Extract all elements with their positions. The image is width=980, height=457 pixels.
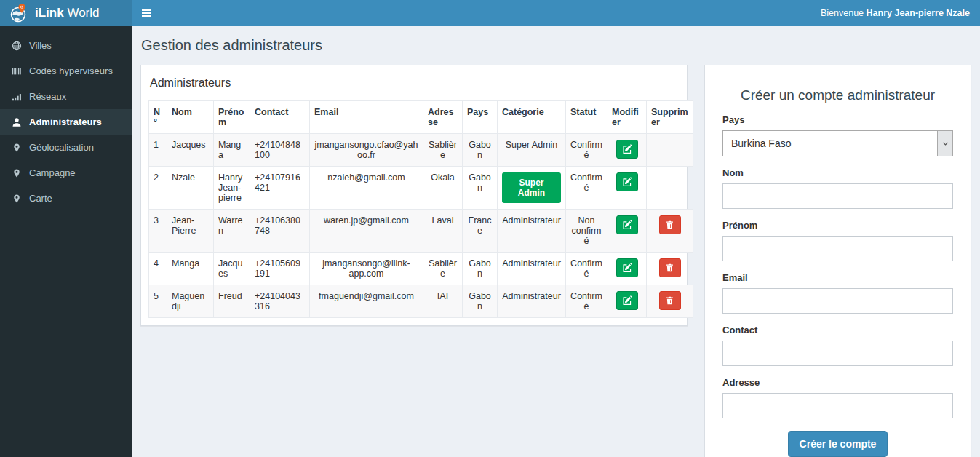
sidebar-item-label: Villes — [29, 40, 52, 51]
delete-button[interactable] — [659, 215, 681, 234]
email-input[interactable] — [722, 288, 953, 314]
adresse-cell: Okala — [423, 167, 463, 210]
statut-cell: Confirmé — [566, 167, 607, 210]
sidebar-item-villes[interactable]: Villes — [0, 33, 132, 58]
contact-cell: +24107916421 — [250, 167, 310, 210]
statut-cell: Confirmé — [566, 253, 607, 285]
user-icon — [11, 117, 22, 127]
column-header: Nom — [167, 101, 214, 134]
trash-icon — [665, 220, 674, 230]
edit-pencil-icon — [622, 263, 632, 273]
column-header: Prénom — [214, 101, 250, 134]
administrators-panel-title: Administrateurs — [150, 76, 678, 90]
contact-cell: +24106380748 — [250, 210, 310, 253]
signal-bars-icon — [11, 92, 22, 102]
sidebar-item-codes-hyperviseurs[interactable]: Codes hyperviseurs — [0, 58, 132, 84]
edit-button[interactable] — [616, 172, 638, 191]
nom-input[interactable] — [722, 183, 953, 209]
prenom-cell: Jacques — [214, 253, 250, 285]
sidebar-item-label: Administrateurs — [29, 116, 102, 127]
adresse-cell: Laval — [423, 210, 463, 253]
n-cell: 1 — [149, 134, 167, 167]
sidebar-item-r-seaux[interactable]: Réseaux — [0, 84, 132, 109]
prenom-input[interactable] — [722, 236, 953, 261]
statut-cell: Confirmé — [566, 134, 607, 167]
modifier-cell — [607, 167, 647, 210]
delete-button[interactable] — [659, 291, 681, 310]
create-account-button[interactable]: Créer le compte — [788, 431, 888, 457]
n-cell: 5 — [149, 285, 167, 318]
map-marker-icon — [11, 143, 22, 153]
pays-select[interactable]: Burkina Faso — [722, 130, 953, 156]
edit-button[interactable] — [616, 258, 638, 277]
sidebar-item-label: Codes hyperviseurs — [29, 65, 113, 76]
edit-button[interactable] — [616, 215, 638, 234]
contact-input[interactable] — [722, 341, 953, 366]
supprimer-cell — [647, 285, 693, 318]
statut-cell: Confirmé — [566, 285, 607, 318]
globe-pin-logo: $ — [9, 3, 28, 23]
trash-icon — [665, 263, 674, 273]
sidebar-item-administrateurs[interactable]: Administrateurs — [0, 109, 132, 135]
sidebar-item-label: Carte — [29, 193, 52, 204]
sidebar-menu: VillesCodes hyperviseursRéseauxAdministr… — [0, 33, 132, 211]
navbar: Bienvenue Hanry Jean-pierre Nzale — [132, 0, 980, 26]
pays-cell: Gabon — [463, 285, 498, 318]
email-cell: jmangansongo@ilink-app.com — [310, 253, 423, 285]
modifier-cell — [607, 285, 647, 318]
adresse-input[interactable] — [722, 393, 953, 418]
create-admin-panel: Créer un compte administrateur PaysBurki… — [704, 65, 971, 457]
supprimer-cell — [647, 210, 693, 253]
top-header: $ iLink World Bienvenue Hanry Jean-pierr… — [0, 0, 980, 26]
adresse-label: Adresse — [722, 377, 953, 388]
sidebar-item-label: Géolocalisation — [29, 142, 94, 153]
pays-cell: Gabon — [463, 134, 498, 167]
email-cell: jmangansongo.cfao@yahoo.fr — [310, 134, 423, 167]
column-header: Contact — [250, 101, 310, 134]
categorie-cell: Super Admin — [498, 167, 566, 210]
table-row: 4MangaJacques+24105609191jmangansongo@il… — [149, 253, 693, 285]
table-row: 1JacquesManga+24104848100jmangansongo.cf… — [149, 134, 693, 167]
sidebar-item-g-olocalisation[interactable]: Géolocalisation — [0, 135, 132, 160]
edit-pencil-icon — [622, 177, 632, 187]
administrators-panel: Administrateurs N°NomPrénomContactEmailA… — [140, 65, 688, 326]
table-row: 5MaguendjiFreud+24104043316fmaguendji@gm… — [149, 285, 693, 318]
sidebar: VillesCodes hyperviseursRéseauxAdministr… — [0, 26, 132, 457]
column-header: Supprimer — [647, 101, 693, 134]
edit-pencil-icon — [622, 144, 632, 154]
email-cell: fmaguendji@gmail.com — [310, 285, 423, 318]
create-admin-form: PaysBurkina FasoNomPrénomEmailContactAdr… — [722, 114, 953, 418]
n-cell: 2 — [149, 167, 167, 210]
email-cell: waren.jp@gmail.com — [310, 210, 423, 253]
barcode-icon — [11, 66, 22, 76]
sidebar-item-campagne[interactable]: Campagne — [0, 160, 132, 186]
hamburger-icon[interactable] — [142, 4, 164, 23]
adresse-cell: Sablière — [423, 253, 463, 285]
app-brand[interactable]: $ iLink World — [0, 0, 132, 26]
edit-pencil-icon — [622, 220, 632, 230]
contact-cell: +24104043316 — [250, 285, 310, 318]
edit-button[interactable] — [616, 291, 638, 310]
column-header: Statut — [566, 101, 607, 134]
trash-icon — [665, 295, 674, 306]
pays-label: Pays — [722, 114, 953, 125]
prenom-cell: Manga — [214, 134, 250, 167]
supprimer-cell — [647, 167, 693, 210]
sidebar-item-label: Campagne — [29, 167, 76, 178]
sidebar-item-carte[interactable]: Carte — [0, 186, 132, 211]
modifier-cell — [607, 253, 647, 285]
email-cell: nzaleh@gmail.com — [310, 167, 423, 210]
map-marker-icon — [11, 168, 22, 178]
n-cell: 3 — [149, 210, 167, 253]
contact-cell: +24104848100 — [250, 134, 310, 167]
categorie-cell: Administrateur — [498, 210, 566, 253]
supprimer-cell — [647, 134, 693, 167]
n-cell: 4 — [149, 253, 167, 285]
app-title: iLink World — [35, 6, 99, 20]
edit-button[interactable] — [616, 140, 638, 159]
super-admin-badge[interactable]: Super Admin — [502, 172, 561, 203]
prenom-cell: Hanry Jean-pierre — [214, 167, 250, 210]
categorie-cell: Administrateur — [498, 253, 566, 285]
delete-button[interactable] — [659, 258, 681, 277]
adresse-cell: Sablière — [423, 134, 463, 167]
